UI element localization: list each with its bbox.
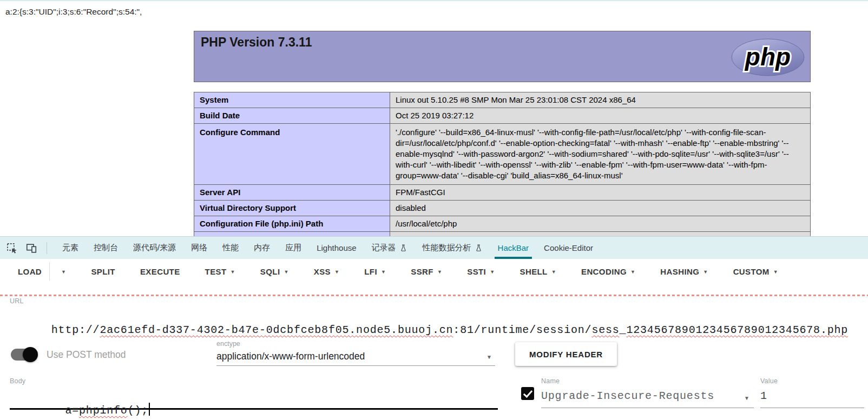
text-cursor [149, 403, 150, 416]
row-label [194, 232, 390, 237]
row-value: Oct 25 2019 03:27:12 [390, 108, 811, 124]
php-version-header: PHP Version 7.3.11 php [194, 31, 811, 82]
spellcheck-underline-artifact [0, 295, 868, 296]
chevron-down-icon: ▼ [381, 269, 386, 275]
devtools-tab[interactable]: 内存 [246, 237, 278, 259]
row-value: /usr/local/etc/php [390, 216, 811, 232]
header-value-text: 1 [760, 390, 767, 402]
devtools-tab-bar: 元素 控制台 源代码/来源 网络 性能 内存 应用 Lighth [0, 236, 868, 259]
toolbar-separator [47, 242, 47, 254]
menu-item[interactable]: SPLIT [91, 267, 115, 276]
chevron-down-icon: ▼ [334, 269, 339, 275]
modify-header-button[interactable]: MODIFY HEADER [515, 342, 617, 366]
devtools-tab[interactable]: 应用 [278, 237, 309, 259]
chevron-down-icon: ▼ [486, 354, 492, 360]
table-row: Server API FPM/FastCGI [194, 185, 811, 201]
row-value: Linux out 5.10.25 #8 SMP Mon Mar 25 23:0… [390, 92, 811, 108]
screen: a:2:{s:3:"UID";i:3;s:6:"Record";s:54:", … [0, 0, 868, 420]
flask-icon [475, 244, 483, 252]
chevron-down-icon: ▼ [744, 395, 749, 401]
row-label: System [194, 92, 390, 108]
menu-item[interactable]: CUSTOM ▼ [733, 267, 778, 276]
hackbar-menu: LOAD ▼ SPLIT EXECUTE TEST ▼ SQLI ▼ XSS [0, 262, 778, 281]
enctype-value: application/x-www-form-urlencoded [216, 351, 365, 362]
phpinfo-table: System Linux out 5.10.25 #8 SMP Mon Mar … [194, 92, 811, 236]
devtools-tab[interactable]: 性能 [215, 237, 246, 259]
devtools-tab[interactable]: Cookie-Editor [536, 237, 601, 259]
devtools-tabs: 元素 控制台 源代码/来源 网络 性能 内存 应用 Lighth [55, 237, 601, 259]
table-row: Configure Command './configure' '--build… [194, 124, 811, 185]
phpinfo-block: PHP Version 7.3.11 php [194, 31, 811, 236]
svg-text:php: php [744, 43, 791, 71]
menu-item[interactable]: SSTI ▼ [467, 267, 495, 276]
devtools-tab[interactable]: 源代码/来源 [126, 237, 183, 259]
menu-item[interactable]: ENCODING ▼ [581, 267, 635, 276]
table-row [194, 232, 811, 237]
row-label: Virtual Directory Support [194, 201, 390, 216]
row-label: Server API [194, 185, 390, 201]
chevron-down-icon: ▼ [61, 269, 66, 275]
table-row: Configuration File (php.ini) Path /usr/l… [194, 216, 811, 232]
chevron-down-icon: ▼ [437, 269, 442, 275]
php-logo: php [730, 37, 806, 79]
device-toolbar-icon[interactable] [25, 242, 38, 255]
use-post-toggle[interactable] [11, 349, 36, 361]
table-row: Virtual Directory Support disabled [194, 201, 811, 216]
php-version-title: PHP Version 7.3.11 [194, 31, 810, 50]
menu-item[interactable]: SQLI ▼ [260, 267, 289, 276]
url-field-label: URL [10, 297, 24, 305]
menu-divider [49, 262, 50, 281]
menu-item[interactable]: SHELL ▼ [520, 267, 556, 276]
menu-item[interactable]: HASHING ▼ [660, 267, 708, 276]
menu-item[interactable]: TEST ▼ [205, 267, 235, 276]
chevron-down-icon: ▼ [284, 269, 288, 275]
row-value: disabled [390, 201, 811, 216]
menu-item[interactable]: SSRF ▼ [411, 267, 442, 276]
toggle-thumb [23, 347, 38, 362]
table-row: System Linux out 5.10.25 #8 SMP Mon Mar … [194, 92, 811, 108]
table-row: Build Date Oct 25 2019 03:27:12 [194, 108, 811, 124]
header-enabled-checkbox[interactable] [521, 387, 534, 400]
devtools-tab[interactable]: 控制台 [86, 237, 126, 259]
row-label: Configure Command [194, 124, 390, 185]
body-field-label: Body [10, 377, 25, 385]
header-name-label: Name [541, 377, 560, 385]
row-label: Configuration File (php.ini) Path [194, 216, 390, 232]
chevron-down-icon: ▼ [551, 269, 556, 275]
devtools-tab[interactable]: 记录器 [364, 237, 415, 259]
chevron-down-icon: ▼ [231, 269, 235, 275]
page-top-divider [0, 0, 868, 1]
devtools-tab[interactable]: 网络 [183, 237, 215, 259]
menu-item[interactable]: EXECUTE [140, 267, 180, 276]
body-input[interactable]: a=phpinfo(); [10, 390, 498, 410]
devtools-tab[interactable]: HackBar [490, 237, 537, 259]
chevron-down-icon: ▼ [703, 269, 708, 275]
browser-page: a:2:{s:3:"UID";i:3;s:6:"Record";s:54:", … [0, 0, 868, 236]
devtools-toolbar-icons [0, 237, 55, 259]
enctype-label: enctype [216, 340, 240, 348]
row-value [390, 232, 811, 237]
chevron-down-icon: ▼ [490, 269, 495, 275]
header-value-label: Value [760, 377, 778, 385]
hackbar-panel: LOAD ▼ SPLIT EXECUTE TEST ▼ SQLI ▼ XSS [0, 259, 868, 420]
enctype-select[interactable]: enctype application/x-www-form-urlencode… [216, 340, 495, 366]
chevron-down-icon: ▼ [773, 269, 778, 275]
menu-item[interactable]: XSS ▼ [314, 267, 340, 276]
devtools-tab[interactable]: Lighthouse [309, 237, 364, 259]
use-post-label: Use POST method [47, 349, 126, 361]
flask-icon [399, 244, 407, 252]
row-value: './configure' '--build=x86_64-linux-musl… [390, 124, 811, 185]
header-value-input[interactable]: 1 [760, 389, 864, 408]
row-label: Build Date [194, 108, 390, 124]
inspect-element-icon[interactable] [5, 242, 18, 255]
devtools-tab[interactable]: 性能数据分析 [415, 237, 490, 259]
header-name-value: Upgrade-Insecure-Requests [541, 390, 714, 402]
menu-item[interactable]: LFI ▼ [364, 267, 386, 276]
menu-item[interactable]: LOAD ▼ [18, 262, 66, 281]
row-value: FPM/FastCGI [390, 185, 811, 201]
devtools-tab[interactable]: 元素 [55, 237, 86, 259]
header-name-select[interactable]: Upgrade-Insecure-Requests ▼ [541, 389, 754, 408]
chevron-down-icon: ▼ [630, 269, 635, 275]
serialized-session-text: a:2:{s:3:"UID";i:3;s:6:"Record";s:54:", [5, 7, 142, 17]
